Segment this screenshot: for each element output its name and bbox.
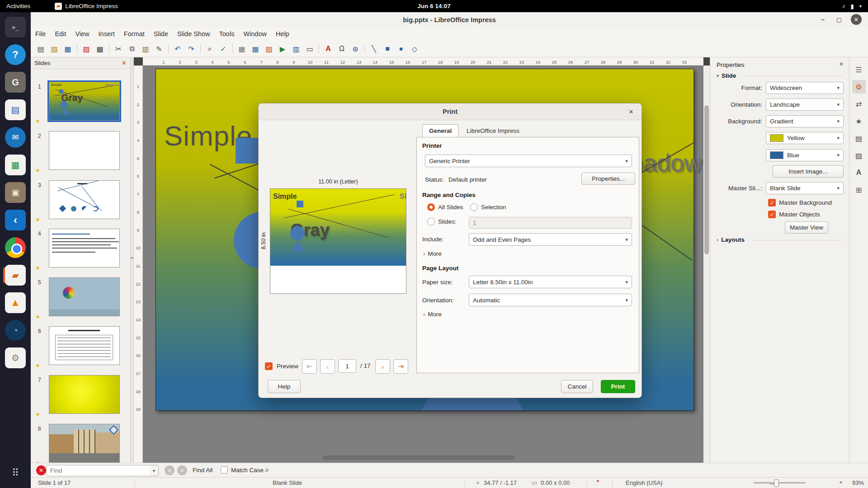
master-background-checkbox[interactable]	[768, 199, 776, 206]
slide-orientation-select[interactable]: Landscape ▾	[766, 99, 844, 111]
horizontal-scrollbar[interactable]	[143, 455, 703, 461]
horizontal-scrollbar-thumb[interactable]	[323, 455, 515, 460]
menu-file[interactable]: File	[31, 27, 50, 41]
text-language-label[interactable]: English (USA)	[626, 479, 663, 486]
find-and-replace-icon[interactable]: ⌕	[265, 465, 269, 474]
master-view-button[interactable]: Master View	[785, 221, 828, 234]
gradient-color1-select[interactable]: Yellow ▾	[766, 132, 844, 144]
previous-page-button[interactable]: ‹	[320, 359, 335, 374]
insert-media-button[interactable]: ▶	[276, 42, 289, 55]
slide-thumbnail-3[interactable]	[49, 180, 120, 219]
clock-menu[interactable]: Jun 6 14:07	[417, 0, 451, 12]
thunderbird-icon[interactable]: ✉	[5, 127, 26, 148]
zoom-in-icon[interactable]: +	[839, 479, 843, 486]
files-icon[interactable]: ▣	[5, 182, 26, 203]
line-button[interactable]: ╲	[368, 42, 380, 55]
page-number-input[interactable]	[338, 359, 356, 373]
master-slide-select[interactable]: Blank Slide ▾	[766, 182, 844, 194]
vlc-icon[interactable]: ▲	[5, 292, 26, 313]
insert-table-button[interactable]: ▦	[249, 42, 262, 55]
impress-icon[interactable]: ▰	[5, 265, 26, 286]
properties-deck-icon[interactable]: ⚙	[852, 80, 866, 94]
menu-view[interactable]: View	[71, 27, 94, 41]
slide-thumbnail-7[interactable]	[49, 375, 120, 414]
cancel-button[interactable]: Cancel	[561, 380, 593, 393]
fontwork-button[interactable]: A	[322, 42, 335, 55]
orientation-select[interactable]: Automatic ▾	[469, 294, 632, 306]
window-titlebar[interactable]: big.pptx - LibreOffice Impress − ▢ ✕	[31, 12, 868, 28]
slides-panel-close-icon[interactable]: ✕	[122, 60, 127, 66]
slide-thumbnail-5[interactable]	[49, 277, 120, 316]
match-case-checkbox[interactable]	[221, 466, 228, 474]
sidebar-settings-icon[interactable]: ☰	[852, 63, 866, 76]
app-grid-icon[interactable]: ⠿	[5, 463, 26, 483]
cut-button[interactable]: ✂	[112, 42, 125, 55]
master-objects-checkbox[interactable]	[768, 211, 776, 218]
insert-image-button[interactable]: Insert Image...	[773, 165, 844, 178]
hyperlink-button[interactable]: ⊛	[349, 42, 362, 55]
slide-thumbnail-8[interactable]	[49, 424, 120, 463]
zoom-slider-track[interactable]	[754, 482, 806, 483]
find-all-button[interactable]: Find All	[193, 467, 212, 474]
menu-window[interactable]: Window	[239, 27, 271, 41]
master-slides-deck-icon[interactable]: ▤	[852, 131, 866, 145]
gallery-deck-icon[interactable]: ▨	[852, 149, 866, 162]
paper-size-select[interactable]: Letter 8.50in x 11.00in ▾	[469, 276, 632, 288]
symbol-shapes-button[interactable]: ●	[395, 42, 407, 55]
paste-button[interactable]: ▥	[139, 42, 152, 55]
terminal-icon[interactable]: >_	[5, 17, 26, 38]
slide-transition-deck-icon[interactable]: ⇄	[852, 97, 866, 111]
writer-icon[interactable]: ▤	[5, 99, 26, 120]
slides-range-input[interactable]	[469, 217, 632, 229]
insert-image-button[interactable]: ▨	[263, 42, 275, 55]
find-replace-button[interactable]: ⌕	[203, 42, 216, 55]
minimize-button[interactable]: −	[817, 14, 828, 25]
insert-chart-button[interactable]: ▥	[290, 42, 302, 55]
all-slides-radio[interactable]	[427, 203, 435, 211]
undo-button[interactable]: ↶	[171, 42, 184, 55]
last-page-button[interactable]: ⇥	[393, 359, 408, 374]
format-select[interactable]: Widescreen ▾	[766, 82, 844, 94]
layout-more-expander[interactable]: › More	[423, 311, 442, 318]
flowchart-button[interactable]: ◇	[408, 42, 421, 55]
slide-thumbnail-6[interactable]	[49, 326, 120, 365]
preview-checkbox[interactable]	[265, 362, 273, 370]
tab-general[interactable]: General	[422, 124, 458, 137]
properties-panel-close-icon[interactable]: ✕	[839, 61, 844, 67]
calc-icon[interactable]: ▦	[5, 155, 26, 175]
blue-square-shape[interactable]	[236, 138, 261, 164]
menu-format[interactable]: Format	[119, 27, 149, 41]
find-previous-button[interactable]: ∧	[165, 465, 175, 475]
software-center-icon[interactable]: ⚙	[5, 347, 26, 368]
layouts-section-header[interactable]: › Layouts	[717, 236, 745, 243]
styles-deck-icon[interactable]: A	[852, 166, 866, 179]
gimp-icon[interactable]: G	[5, 72, 26, 93]
menu-help[interactable]: Help	[271, 27, 294, 41]
print-dialog-close-icon[interactable]: ✕	[626, 107, 636, 117]
clone-formatting-button[interactable]: ✎	[153, 42, 165, 55]
vscode-icon[interactable]: ‹	[5, 210, 26, 230]
include-select[interactable]: Odd and Even Pages ▾	[469, 233, 632, 246]
find-input[interactable]	[46, 465, 150, 476]
navigator-deck-icon[interactable]: ⊞	[852, 183, 866, 197]
close-button[interactable]: ✕	[851, 14, 862, 25]
menu-edit[interactable]: Edit	[50, 27, 71, 41]
animation-deck-icon[interactable]: ★	[852, 114, 866, 128]
range-more-expander[interactable]: › More	[423, 250, 442, 257]
spelling-button[interactable]: ✓	[217, 42, 230, 55]
copy-button[interactable]: ⧉	[126, 42, 138, 55]
find-next-button[interactable]: ∨	[177, 465, 187, 475]
slides-panel-splitter[interactable]: ◂	[130, 57, 134, 463]
menu-slide-show[interactable]: Slide Show	[173, 27, 215, 41]
print-button[interactable]: Print	[601, 380, 635, 393]
slide-section-header[interactable]: ▾ Slide	[717, 72, 736, 79]
background-select[interactable]: Gradient ▾	[766, 115, 844, 127]
help-icon[interactable]: ?	[5, 44, 26, 65]
system-tray[interactable]: ♪ ▮ ▾	[842, 3, 868, 10]
chrome-icon[interactable]	[5, 237, 26, 258]
find-history-dropdown[interactable]: ▾	[150, 465, 159, 476]
first-page-button[interactable]: ⇤	[302, 359, 317, 374]
open-button[interactable]: ▧	[48, 42, 61, 55]
new-button[interactable]: ▤	[34, 42, 47, 55]
basic-shapes-button[interactable]: ■	[381, 42, 394, 55]
